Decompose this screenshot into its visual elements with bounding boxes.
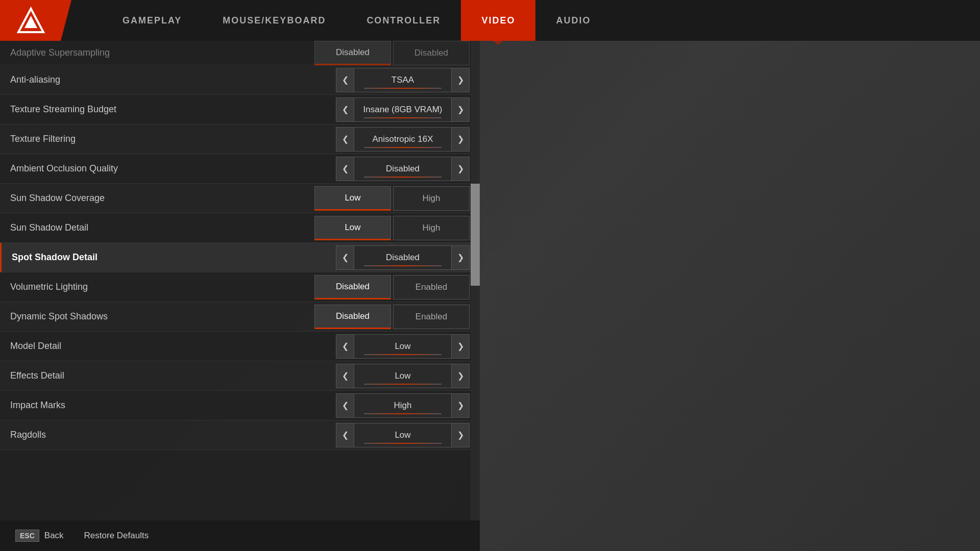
scrollbar-track[interactable]	[471, 41, 480, 520]
adaptive-supersampling-controls: Disabled Disabled	[314, 41, 470, 65]
spot-shadow-detail-label: Spot Shadow Detail	[12, 252, 336, 263]
restore-defaults-button[interactable]: Restore Defaults	[84, 531, 149, 541]
apex-logo	[15, 5, 46, 36]
volumetric-lighting-row: Volumetric Lighting Disabled Enabled	[0, 272, 480, 302]
ragdolls-label: Ragdolls	[10, 430, 336, 440]
texture-filtering-next-btn[interactable]: ❯	[451, 127, 470, 152]
model-detail-value: Low	[354, 334, 451, 359]
effects-detail-next-btn[interactable]: ❯	[451, 364, 470, 388]
ragdolls-prev-btn[interactable]: ❮	[336, 423, 354, 447]
effects-detail-label: Effects Detail	[10, 370, 336, 381]
ambient-occlusion-next-btn[interactable]: ❯	[451, 157, 470, 181]
sun-shadow-detail-row: Sun Shadow Detail Low High	[0, 213, 480, 243]
anti-aliasing-next-btn[interactable]: ❯	[451, 68, 470, 92]
dynamic-spot-shadows-disabled-btn[interactable]: Disabled	[314, 305, 391, 329]
model-detail-control: ❮ Low ❯	[336, 334, 470, 359]
bottom-bar: ESC Back Restore Defaults	[0, 520, 480, 551]
impact-marks-prev-btn[interactable]: ❮	[336, 393, 354, 418]
texture-streaming-budget-prev-btn[interactable]: ❮	[336, 97, 354, 122]
ambient-occlusion-label: Ambient Occlusion Quality	[10, 163, 336, 174]
sun-shadow-coverage-high-btn[interactable]: High	[393, 186, 470, 211]
logo-container	[0, 0, 71, 41]
dynamic-spot-shadows-enabled-btn[interactable]: Enabled	[393, 305, 470, 329]
ambient-occlusion-control: ❮ Disabled ❯	[336, 157, 470, 181]
ragdolls-control: ❮ Low ❯	[336, 423, 470, 447]
texture-filtering-label: Texture Filtering	[10, 134, 336, 144]
adaptive-supersampling-enabled-btn[interactable]: Disabled	[393, 41, 470, 65]
sun-shadow-coverage-label: Sun Shadow Coverage	[10, 193, 314, 204]
topbar: GAMEPLAY MOUSE/KEYBOARD CONTROLLER VIDEO…	[0, 0, 980, 41]
model-detail-next-btn[interactable]: ❯	[451, 334, 470, 359]
impact-marks-control: ❮ High ❯	[336, 393, 470, 418]
scrollbar-thumb[interactable]	[471, 184, 480, 286]
impact-marks-next-btn[interactable]: ❯	[451, 393, 470, 418]
sun-shadow-coverage-row: Sun Shadow Coverage Low High	[0, 184, 480, 213]
ragdolls-next-btn[interactable]: ❯	[451, 423, 470, 447]
sun-shadow-detail-label: Sun Shadow Detail	[10, 222, 314, 233]
esc-key-label: ESC	[15, 530, 39, 542]
anti-aliasing-prev-btn[interactable]: ❮	[336, 68, 354, 92]
dynamic-spot-shadows-control: Disabled Enabled	[314, 305, 470, 329]
anti-aliasing-row: Anti-aliasing ❮ TSAA ❯	[0, 65, 480, 95]
tab-video[interactable]: VIDEO	[461, 0, 535, 41]
ambient-occlusion-row: Ambient Occlusion Quality ❮ Disabled ❯	[0, 154, 480, 184]
spot-shadow-detail-next-btn[interactable]: ❯	[451, 245, 470, 270]
volumetric-lighting-enabled-btn[interactable]: Enabled	[393, 275, 470, 299]
texture-filtering-row: Texture Filtering ❮ Anisotropic 16X ❯	[0, 124, 480, 154]
spot-shadow-detail-prev-btn[interactable]: ❮	[336, 245, 354, 270]
back-label: Back	[44, 531, 64, 541]
impact-marks-label: Impact Marks	[10, 400, 336, 411]
texture-streaming-budget-row: Texture Streaming Budget ❮ Insane (8GB V…	[0, 95, 480, 124]
settings-list: Adaptive Supersampling Disabled Disabled…	[0, 41, 480, 520]
sun-shadow-detail-low-btn[interactable]: Low	[314, 216, 391, 240]
tab-controller[interactable]: CONTROLLER	[346, 0, 461, 41]
anti-aliasing-control: ❮ TSAA ❯	[336, 68, 470, 92]
effects-detail-value: Low	[354, 364, 451, 388]
impact-marks-row: Impact Marks ❮ High ❯	[0, 391, 480, 420]
ambient-occlusion-value: Disabled	[354, 157, 451, 181]
volumetric-lighting-label: Volumetric Lighting	[10, 282, 314, 292]
volumetric-lighting-disabled-btn[interactable]: Disabled	[314, 275, 391, 299]
texture-streaming-budget-next-btn[interactable]: ❯	[451, 97, 470, 122]
sun-shadow-detail-control: Low High	[314, 216, 470, 240]
model-detail-prev-btn[interactable]: ❮	[336, 334, 354, 359]
adaptive-supersampling-row: Adaptive Supersampling Disabled Disabled	[0, 41, 480, 65]
effects-detail-control: ❮ Low ❯	[336, 364, 470, 388]
texture-streaming-budget-label: Texture Streaming Budget	[10, 104, 336, 115]
texture-filtering-value: Anisotropic 16X	[354, 127, 451, 152]
spot-shadow-detail-row: Spot Shadow Detail ❮ Disabled ❯	[0, 243, 480, 272]
texture-streaming-budget-control: ❮ Insane (8GB VRAM) ❯	[336, 97, 470, 122]
tab-gameplay[interactable]: GAMEPLAY	[102, 0, 202, 41]
sun-shadow-coverage-low-btn[interactable]: Low	[314, 186, 391, 211]
texture-streaming-budget-value: Insane (8GB VRAM)	[354, 97, 451, 122]
texture-filtering-control: ❮ Anisotropic 16X ❯	[336, 127, 470, 152]
anti-aliasing-value: TSAA	[354, 68, 451, 92]
ambient-occlusion-prev-btn[interactable]: ❮	[336, 157, 354, 181]
ragdolls-row: Ragdolls ❮ Low ❯	[0, 420, 480, 450]
ragdolls-value: Low	[354, 423, 451, 447]
volumetric-lighting-control: Disabled Enabled	[314, 275, 470, 299]
effects-detail-prev-btn[interactable]: ❮	[336, 364, 354, 388]
nav-tabs: GAMEPLAY MOUSE/KEYBOARD CONTROLLER VIDEO…	[102, 0, 611, 41]
tab-mouse-keyboard[interactable]: MOUSE/KEYBOARD	[202, 0, 346, 41]
spot-shadow-detail-control: ❮ Disabled ❯	[336, 245, 470, 270]
dynamic-spot-shadows-row: Dynamic Spot Shadows Disabled Enabled	[0, 302, 480, 332]
main-content: Adaptive Supersampling Disabled Disabled…	[0, 41, 980, 551]
model-detail-label: Model Detail	[10, 341, 336, 352]
right-panel	[480, 41, 980, 551]
adaptive-supersampling-label: Adaptive Supersampling	[10, 47, 314, 58]
spot-shadow-detail-value: Disabled	[354, 245, 451, 270]
model-detail-row: Model Detail ❮ Low ❯	[0, 332, 480, 361]
texture-filtering-prev-btn[interactable]: ❮	[336, 127, 354, 152]
back-button[interactable]: ESC Back	[15, 530, 64, 542]
dynamic-spot-shadows-label: Dynamic Spot Shadows	[10, 311, 314, 322]
adaptive-supersampling-disabled-btn[interactable]: Disabled	[314, 41, 391, 65]
effects-detail-row: Effects Detail ❮ Low ❯	[0, 361, 480, 391]
impact-marks-value: High	[354, 393, 451, 418]
anti-aliasing-label: Anti-aliasing	[10, 74, 336, 85]
sun-shadow-detail-high-btn[interactable]: High	[393, 216, 470, 240]
tab-audio[interactable]: AUDIO	[535, 0, 611, 41]
sun-shadow-coverage-control: Low High	[314, 186, 470, 211]
settings-panel: Adaptive Supersampling Disabled Disabled…	[0, 41, 480, 551]
